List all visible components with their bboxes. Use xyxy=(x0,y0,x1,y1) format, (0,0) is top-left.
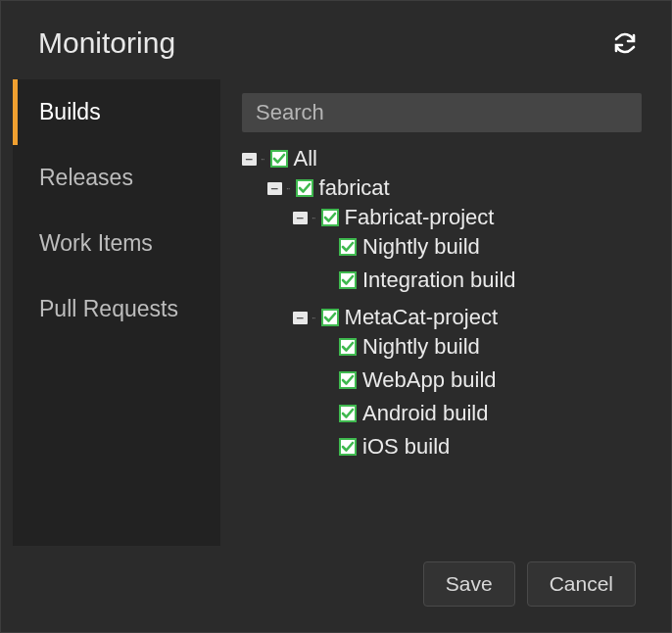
tree-node[interactable]: −··fabricat xyxy=(267,175,642,201)
cancel-button[interactable]: Cancel xyxy=(527,561,636,607)
tree-node-label: Nightly build xyxy=(362,234,480,260)
checkbox[interactable] xyxy=(339,271,357,289)
dialog-header: Monitoring xyxy=(13,13,659,79)
checkbox[interactable] xyxy=(321,209,339,226)
tree-node[interactable]: −··Fabricat-project xyxy=(293,205,642,230)
checkbox[interactable] xyxy=(339,238,357,256)
dialog-title: Monitoring xyxy=(38,26,175,60)
tree-node-label: WebApp build xyxy=(362,367,497,393)
checkbox[interactable] xyxy=(339,371,357,389)
sidebar-item-label: Work Items xyxy=(39,230,153,256)
checkbox[interactable] xyxy=(270,150,288,168)
tree-node-label: Integration build xyxy=(362,268,516,293)
tree-node[interactable]: iOS build xyxy=(318,434,642,460)
checkbox[interactable] xyxy=(339,405,357,422)
sidebar-item-releases[interactable]: Releases xyxy=(13,145,220,211)
collapse-icon[interactable]: − xyxy=(293,312,308,324)
tree-node-label: iOS build xyxy=(362,434,450,460)
tree-node[interactable]: −··MetaCat-project xyxy=(293,305,642,330)
dialog-body: Builds Releases Work Items Pull Requests… xyxy=(13,79,659,546)
collapse-icon[interactable]: − xyxy=(242,153,257,166)
sidebar-item-pull-requests[interactable]: Pull Requests xyxy=(13,276,220,342)
sidebar-item-label: Pull Requests xyxy=(39,296,178,321)
refresh-icon xyxy=(613,31,637,55)
tree-node[interactable]: Nightly build xyxy=(318,334,642,360)
tree-node-label: MetaCat-project xyxy=(345,305,499,330)
main-panel: −··All−··fabricat−··Fabricat-projectNigh… xyxy=(220,79,659,546)
sidebar: Builds Releases Work Items Pull Requests xyxy=(13,79,220,546)
refresh-button[interactable] xyxy=(610,28,640,58)
sidebar-item-label: Releases xyxy=(39,165,133,190)
tree-node[interactable]: −··All xyxy=(242,146,642,171)
tree-node-label: Android build xyxy=(362,401,488,426)
tree-connector: ·· xyxy=(286,183,290,194)
tree-connector: ·· xyxy=(312,313,315,323)
collapse-icon[interactable]: − xyxy=(293,212,308,224)
sidebar-item-work-items[interactable]: Work Items xyxy=(13,211,220,276)
tree-node[interactable]: Android build xyxy=(318,401,642,426)
collapse-icon[interactable]: − xyxy=(267,182,282,195)
checkbox[interactable] xyxy=(321,309,339,326)
tree-node[interactable]: Integration build xyxy=(318,268,642,293)
tree-node-label: Fabricat-project xyxy=(345,205,495,230)
tree-node-label: fabricat xyxy=(319,175,390,201)
build-tree: −··All−··fabricat−··Fabricat-projectNigh… xyxy=(242,142,642,475)
search-input[interactable] xyxy=(242,93,642,132)
tree-connector: ·· xyxy=(261,154,264,165)
save-button[interactable]: Save xyxy=(423,561,515,607)
tree-node-label: Nightly build xyxy=(362,334,480,360)
dialog-footer: Save Cancel xyxy=(13,546,659,620)
checkbox[interactable] xyxy=(339,438,357,456)
monitoring-dialog: Monitoring Builds Releases Work Items Pu… xyxy=(0,0,672,633)
sidebar-item-label: Builds xyxy=(39,99,101,124)
tree-node[interactable]: WebApp build xyxy=(318,367,642,393)
sidebar-item-builds[interactable]: Builds xyxy=(13,79,220,145)
tree-node-label: All xyxy=(294,146,317,171)
tree-node[interactable]: Nightly build xyxy=(318,234,642,260)
checkbox[interactable] xyxy=(296,179,313,197)
checkbox[interactable] xyxy=(339,338,357,356)
tree-connector: ·· xyxy=(312,213,315,223)
